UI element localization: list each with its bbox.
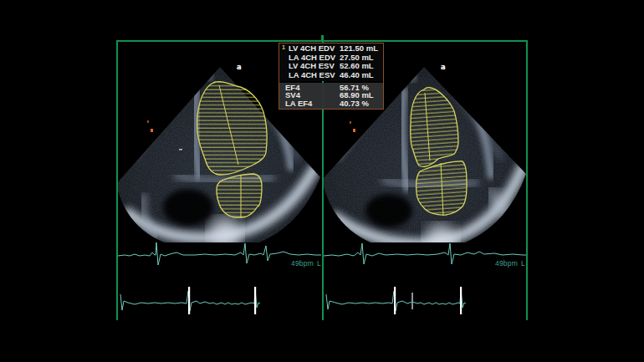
caliper-mark bbox=[350, 121, 355, 132]
measurement-value: 40.73 % bbox=[340, 99, 369, 107]
measurement-label: LV 4CH ESV bbox=[279, 62, 340, 71]
sweep-trace-right bbox=[324, 283, 526, 319]
frame-marker[interactable] bbox=[394, 287, 396, 314]
frame-marker[interactable] bbox=[254, 287, 256, 314]
measurement-row: LV 4CH ESV 52.60 mL bbox=[279, 62, 383, 71]
derived-results-section: EF4 56.71 % SV4 68.90 mL LA EF4 40.73 % bbox=[279, 83, 383, 109]
frame-marker[interactable] bbox=[188, 287, 190, 314]
ecg-trace-left bbox=[118, 239, 322, 276]
orientation-marker-icon: a bbox=[237, 63, 241, 71]
measurement-value: 121.50 mL bbox=[340, 44, 378, 54]
measurement-value: 46.40 mL bbox=[340, 71, 374, 80]
echo-workstation-screen: a 49bpm L bbox=[0, 0, 644, 362]
lv-trace[interactable] bbox=[197, 81, 267, 175]
frame-marker-secondary[interactable] bbox=[411, 293, 413, 309]
frame-marker[interactable] bbox=[460, 287, 462, 314]
measurement-index-marker: 1 bbox=[282, 44, 285, 50]
la-trace[interactable] bbox=[417, 161, 467, 216]
measurement-results-panel: 1 LV 4CH EDV 121.50 mL LA 4CH EDV 27.50 … bbox=[279, 43, 384, 110]
heart-rate-label: 49bpm bbox=[291, 259, 314, 268]
heart-rate-label: 49bpm bbox=[495, 259, 518, 268]
measurement-row: LA 4CH ESV 46.40 mL bbox=[279, 71, 383, 80]
edge-label: L bbox=[521, 259, 525, 268]
orientation-marker-icon: a bbox=[441, 63, 445, 71]
measurement-label: LA EF4 bbox=[279, 99, 340, 107]
ecg-trace-right bbox=[324, 239, 526, 276]
volume-measurements-section: 1 LV 4CH EDV 121.50 mL LA 4CH EDV 27.50 … bbox=[279, 43, 383, 81]
measurement-value: 52.60 mL bbox=[340, 62, 374, 71]
measurement-row: LV 4CH EDV 121.50 mL bbox=[279, 44, 383, 54]
measurement-label: LA 4CH ESV bbox=[279, 71, 340, 80]
measurement-label: LV 4CH EDV bbox=[279, 44, 340, 54]
measurement-row: LA EF4 40.73 % bbox=[279, 99, 383, 107]
edge-label: L bbox=[317, 259, 321, 268]
sweep-trace-left bbox=[118, 283, 322, 319]
